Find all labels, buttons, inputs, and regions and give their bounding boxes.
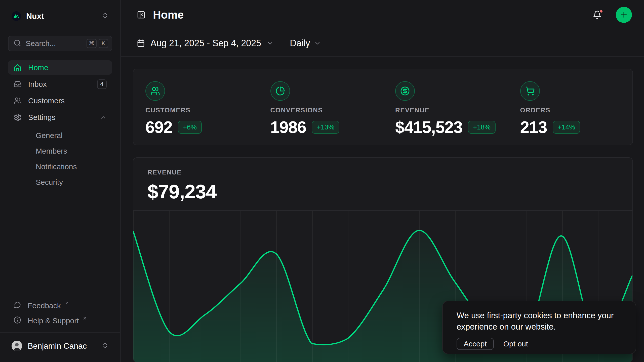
stat-value: $415,523: [395, 118, 462, 137]
sidebar-item-customers[interactable]: Customers: [8, 94, 112, 108]
collapse-sidebar-button[interactable]: [137, 11, 145, 19]
accept-button[interactable]: Accept: [457, 338, 494, 350]
chevrons-up-down-icon: [102, 12, 109, 20]
filter-bar: Aug 21, 2025 - Sep 4, 2025 Daily: [121, 30, 644, 57]
stat-delta-badge: +6%: [178, 121, 202, 134]
nuxt-logo-icon: [12, 11, 21, 21]
revenue-chart-label: REVENUE: [147, 168, 618, 176]
external-link-icon: [82, 316, 87, 322]
chat-bubble-icon: [14, 301, 21, 310]
help-support-link[interactable]: Help & Support: [8, 313, 112, 328]
user-name: Benjamin Canac: [28, 341, 96, 351]
granularity-value: Daily: [290, 38, 310, 49]
app-root: Nuxt Search... ⌘ K Home: [0, 0, 644, 362]
sidebar-item-label: Settings: [28, 113, 93, 122]
settings-subnav: General Members Notifications Security: [27, 128, 112, 190]
users-icon: [145, 81, 165, 101]
sidebar-item-settings[interactable]: Settings: [8, 110, 112, 124]
chevrons-up-down-icon: [102, 342, 109, 350]
notification-dot: [599, 9, 604, 14]
stat-value: 692: [145, 118, 172, 137]
feedback-link[interactable]: Feedback: [8, 298, 112, 313]
stat-customers: CUSTOMERS 692 +6%: [133, 69, 258, 145]
revenue-chart-header: REVENUE $79,234: [133, 158, 632, 203]
sidebar: Nuxt Search... ⌘ K Home: [0, 0, 121, 362]
revenue-chart-total: $79,234: [147, 180, 618, 203]
inbox-count-badge: 4: [97, 79, 107, 89]
help-support-label: Help & Support: [28, 316, 79, 325]
avatar: [12, 341, 22, 351]
search-icon: [14, 39, 21, 48]
search-placeholder: Search...: [26, 39, 82, 48]
team-switcher[interactable]: Nuxt: [8, 11, 112, 22]
sidebar-item-label: Inbox: [28, 80, 91, 88]
circle-dollar-icon: [395, 81, 415, 101]
granularity-select[interactable]: Daily: [290, 38, 321, 49]
sidebar-item-notifications[interactable]: Notifications: [35, 159, 112, 174]
page-title: Home: [153, 9, 585, 21]
gear-icon: [14, 113, 22, 121]
stat-delta-badge: +18%: [468, 121, 496, 134]
stat-value: 1986: [270, 118, 306, 137]
info-circle-icon: [14, 316, 21, 326]
stat-delta-badge: +14%: [553, 121, 580, 134]
stat-conversions: CONVERSIONS 1986 +13%: [258, 69, 383, 145]
stat-label: CUSTOMERS: [145, 106, 258, 114]
stat-label: REVENUE: [395, 106, 508, 114]
notifications-button[interactable]: [593, 10, 602, 19]
chevron-down-icon: [267, 40, 274, 47]
users-icon: [14, 97, 22, 105]
feedback-label: Feedback: [28, 301, 61, 310]
add-button[interactable]: [616, 7, 632, 23]
main-area: Home Aug 21, 2025 - Sep 4, 2025 Daily: [121, 0, 644, 362]
date-range-picker[interactable]: Aug 21, 2025 - Sep 4, 2025: [137, 38, 274, 49]
sidebar-divider: [0, 332, 120, 333]
chart-pie-icon: [270, 81, 290, 101]
stat-revenue: REVENUE $415,523 +18%: [383, 69, 508, 145]
stat-orders: ORDERS 213 +14%: [508, 69, 633, 145]
plus-icon: [620, 11, 628, 19]
team-name: Nuxt: [26, 12, 97, 21]
sidebar-item-home[interactable]: Home: [8, 60, 112, 75]
opt-out-button[interactable]: Opt out: [501, 338, 530, 350]
date-range-value: Aug 21, 2025 - Sep 4, 2025: [150, 38, 261, 49]
sidebar-item-inbox[interactable]: Inbox 4: [8, 77, 112, 91]
chevron-down-icon: [314, 40, 321, 47]
chevron-up-icon: [100, 114, 107, 121]
kbd-key: K: [99, 39, 108, 48]
user-menu[interactable]: Benjamin Canac: [8, 335, 112, 357]
stat-value: 213: [520, 118, 547, 137]
sidebar-item-label: Home: [28, 63, 107, 72]
cookie-message: We use first-party cookies to enhance yo…: [457, 310, 622, 332]
sidebar-item-members[interactable]: Members: [35, 144, 112, 158]
sidebar-item-security[interactable]: Security: [35, 175, 112, 190]
sidebar-item-label: Customers: [28, 97, 107, 105]
search-input[interactable]: Search... ⌘ K: [8, 36, 112, 51]
external-link-icon: [64, 301, 69, 307]
sidebar-nav: Home Inbox 4 Customers Settings: [8, 60, 112, 190]
stat-label: ORDERS: [520, 106, 633, 114]
cookie-banner: We use first-party cookies to enhance yo…: [442, 301, 636, 354]
search-shortcut: ⌘ K: [87, 39, 108, 48]
home-icon: [14, 64, 22, 72]
cookie-actions: Accept Opt out: [457, 338, 622, 350]
stat-label: CONVERSIONS: [270, 106, 383, 114]
stat-delta-badge: +13%: [312, 121, 339, 134]
stats-card: CUSTOMERS 692 +6% CONVERSIONS 1986 +13%: [133, 69, 633, 145]
calendar-icon: [137, 39, 145, 47]
sidebar-item-general[interactable]: General: [35, 128, 112, 143]
sidebar-footer: Feedback Help & Support Benjami: [8, 298, 112, 357]
kbd-meta: ⌘: [87, 39, 97, 48]
inbox-icon: [14, 80, 22, 88]
topbar: Home: [121, 0, 644, 30]
shopping-cart-icon: [520, 81, 540, 101]
